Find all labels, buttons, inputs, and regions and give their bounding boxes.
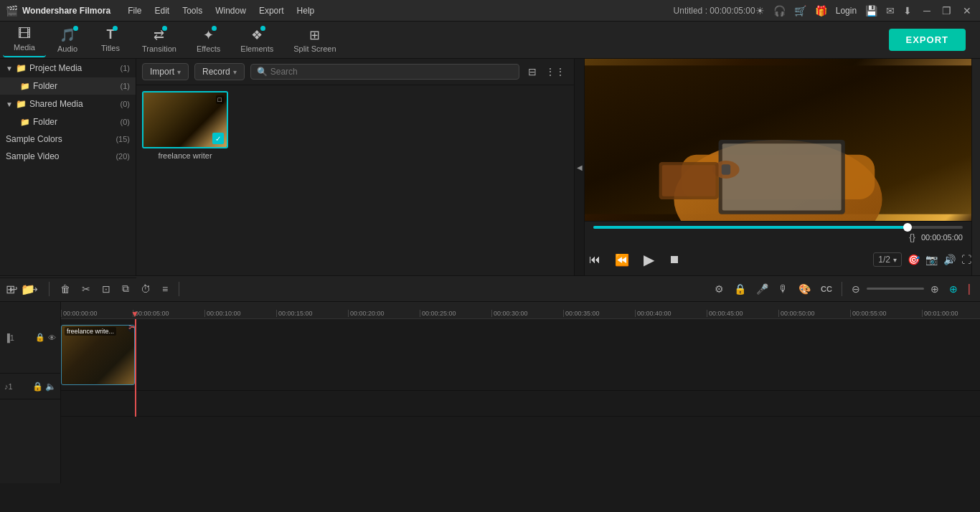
gift-icon[interactable]: 🎁	[815, 5, 827, 16]
audio-lock-icon[interactable]: 🔒	[32, 381, 43, 392]
tl-end-button[interactable]: |	[964, 280, 974, 298]
zoom-in-button[interactable]: ⊕	[927, 281, 943, 297]
menu-edit[interactable]: Edit	[149, 4, 175, 18]
sample-colors-item[interactable]: Sample Colors (15)	[0, 131, 136, 148]
menu-window[interactable]: Window	[209, 4, 252, 18]
track-eye-icon[interactable]: 👁	[48, 333, 56, 342]
preview-time: 00:00:05:00	[921, 233, 963, 242]
project-media-folder[interactable]: 📁 Folder (1)	[0, 77, 136, 95]
ruler-label-11: 00:00:55:00	[852, 310, 887, 317]
menu-bar: 🎬 Wondershare Filmora File Edit Tools Wi…	[0, 0, 980, 22]
splitscreen-icon: ⊞	[309, 27, 320, 43]
restore-button[interactable]: ❐	[939, 5, 954, 16]
page-arrow-icon: ▾	[893, 256, 897, 264]
progress-bar[interactable]	[593, 226, 963, 229]
audio-icon: 🎵	[60, 27, 75, 43]
project-media-header[interactable]: ▼ 📁 Project Media (1)	[0, 59, 136, 77]
save-icon[interactable]: 💾	[865, 5, 877, 16]
zoom-slider[interactable]	[867, 288, 924, 290]
email-icon[interactable]: ✉	[886, 5, 895, 16]
sample-video-label: Sample Video	[6, 151, 116, 161]
prev-frame-button[interactable]: ⏮	[585, 250, 605, 269]
media-grid: ✓ □ freelance writer	[136, 85, 574, 275]
close-button[interactable]: ✕	[960, 5, 974, 16]
toolbar-titles-label: Titles	[101, 44, 120, 52]
cart-icon[interactable]: 🛒	[794, 5, 806, 16]
toolbar-media[interactable]: 🎞 Media	[3, 23, 46, 57]
toolbar-splitscreen[interactable]: ⊞ Split Screen	[283, 23, 346, 57]
sample-colors-label: Sample Colors	[6, 134, 116, 144]
adjust-button[interactable]: ≡	[159, 281, 171, 297]
search-input[interactable]	[270, 67, 513, 77]
timeline: ↩ ↪ 🗑 ✂ ⊡ ⧉ ⏱ ≡ ⚙ 🔒 🎤 🎙 🎨 CC ⊖ ⊕ ⊕ |	[0, 275, 980, 483]
mic-button[interactable]: 🎤	[753, 281, 772, 297]
menu-tools[interactable]: Tools	[176, 4, 208, 18]
audio-detect-button[interactable]: 🔒	[730, 281, 750, 297]
record-label: Record	[202, 67, 230, 77]
tl-add-button[interactable]: ⊕	[946, 281, 961, 297]
snapshot-button[interactable]: 📷	[925, 254, 938, 265]
zoom-out-button[interactable]: ⊖	[848, 281, 864, 297]
shared-media-header[interactable]: ▼ 📁 Shared Media (0)	[0, 95, 136, 113]
transition-icon: ⇄	[154, 27, 164, 43]
minimize-button[interactable]: ─	[920, 5, 933, 16]
media-thumbnail-freelance-writer[interactable]: ✓ □	[142, 91, 228, 148]
toolbar-audio[interactable]: 🎵 Audio	[46, 23, 89, 57]
step-back-button[interactable]: ⏪	[611, 250, 633, 270]
shared-folder-label: Folder	[33, 117, 121, 127]
scene-detect-button[interactable]: 🎯	[908, 254, 920, 265]
shared-media-folder[interactable]: 📁 Folder (0)	[0, 113, 136, 131]
record-arrow-icon: ▾	[233, 68, 237, 76]
preview-frame	[585, 59, 971, 221]
sample-video-count: (20)	[116, 152, 130, 161]
filter-button[interactable]: ⊟	[525, 65, 540, 79]
tl-sep-3	[842, 282, 842, 296]
record-dropdown[interactable]: Record ▾	[194, 63, 245, 80]
download-icon[interactable]: ⬇	[903, 5, 912, 16]
toolbar-titles[interactable]: T Titles	[89, 23, 132, 57]
search-box[interactable]: 🔍	[250, 64, 519, 80]
page-indicator[interactable]: 1/2 ▾	[873, 252, 902, 267]
audio-track-row[interactable]	[61, 391, 980, 417]
import-dropdown[interactable]: Import ▾	[142, 63, 189, 80]
menu-export[interactable]: Export	[253, 4, 290, 18]
grid-view-button[interactable]: ⋮⋮	[542, 65, 568, 79]
speed-button[interactable]: ⚙	[711, 281, 727, 297]
tl-right-controls: ⚙ 🔒 🎤 🎙 🎨 CC ⊖ ⊕ ⊕ |	[711, 280, 974, 298]
menu-help[interactable]: Help	[291, 4, 321, 18]
timer-button[interactable]: ⏱	[137, 281, 154, 297]
ruler-tick-10: 00:00:50:00	[778, 310, 850, 317]
timeline-right[interactable]: 00:00:00:00 00:00:05:00 00:00:10:00 00:0…	[61, 302, 980, 483]
shared-media-folder-icon: 📁	[16, 99, 27, 109]
collapse-icon: ◀	[577, 163, 583, 171]
brightness-icon[interactable]: ☀	[755, 5, 765, 16]
login-button[interactable]: Login	[836, 6, 857, 16]
stop-button[interactable]: ⏹	[664, 250, 684, 269]
toolbar-elements[interactable]: ❖ Elements	[230, 23, 283, 57]
ruler-label-3: 00:00:15:00	[278, 310, 313, 317]
progress-handle[interactable]	[903, 223, 912, 232]
timeline-clip-freelance-writer[interactable]: freelance write... ✂	[61, 325, 135, 385]
caption-btn[interactable]: CC	[817, 283, 836, 295]
track-lock-icon[interactable]: 🔒	[35, 333, 45, 342]
toolbar-transition[interactable]: ⇄ Transition	[132, 23, 187, 57]
fullscreen-button[interactable]: ⛶	[961, 254, 971, 265]
color-btn[interactable]: 🎨	[795, 281, 814, 297]
sample-video-item[interactable]: Sample Video (20)	[0, 148, 136, 165]
panel-collapse-arrow[interactable]: ◀	[574, 59, 584, 275]
ruler-label-4: 00:00:20:00	[350, 310, 385, 317]
menu-file[interactable]: File	[122, 4, 147, 18]
play-button[interactable]: ▶	[639, 248, 659, 271]
control-buttons: ⏮ ⏪ ▶ ⏹ 1/2 ▾ 🎯 📷 🔊 ⛶	[585, 244, 971, 275]
media-item-freelance-writer[interactable]: ✓ □ freelance writer	[142, 91, 228, 160]
bracket-right[interactable]: }	[913, 232, 915, 242]
export-button[interactable]: EXPORT	[889, 29, 966, 51]
volume-button[interactable]: 🔊	[943, 254, 956, 265]
toolbar-audio-label: Audio	[57, 44, 77, 53]
toolbar-effects[interactable]: ✦ Effects	[187, 23, 230, 57]
headphone-icon[interactable]: 🎧	[773, 5, 786, 16]
video-track-row[interactable]: freelance write... ✂	[61, 319, 980, 391]
ruler-tick-3: 00:00:15:00	[276, 310, 348, 317]
voice-btn[interactable]: 🎙	[775, 281, 792, 297]
audio-mute-icon[interactable]: 🔈	[45, 381, 56, 392]
